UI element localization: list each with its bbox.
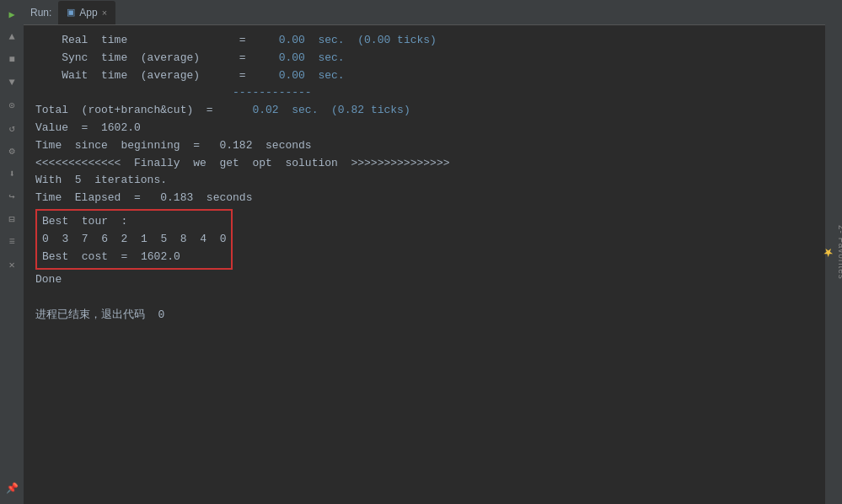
pin-button[interactable]: 📌 (3, 479, 21, 497)
play-button[interactable]: ▶ (3, 5, 21, 24)
console-line-16: 进程已结束，退出代码 0 (35, 307, 813, 324)
favorites-text: 2- Favorites (837, 225, 843, 280)
console-output: Real time = 0.00 sec. (0.00 ticks) Sync … (24, 25, 825, 504)
console-line-4: ------------ (35, 84, 813, 102)
highlight-box: Best tour : 0 3 7 6 2 1 5 8 4 0 Best cos… (35, 209, 233, 270)
console-line-10: Time Elapsed = 0.183 seconds (35, 190, 813, 207)
topbar: Run: ▣ App × (24, 0, 825, 25)
console-line-6: Value = 1602.0 (35, 120, 813, 137)
stop-button[interactable]: ■ (3, 51, 21, 69)
import-button[interactable]: ⬇ (3, 164, 21, 183)
console-line-13: Best cost = 1602.0 (42, 249, 226, 266)
layers-button[interactable]: ≡ (3, 233, 21, 251)
run-label: Run: (30, 7, 51, 19)
console-line-15 (35, 289, 813, 307)
camera-button[interactable]: ⊙ (3, 96, 21, 115)
favorites-label: ★ 2- Favorites (822, 225, 843, 280)
console-line-7: Time since beginning = 0.182 seconds (35, 137, 813, 155)
login-button[interactable]: ↪ (3, 187, 21, 206)
console-line-1: Real time = 0.00 sec. (0.00 ticks) (35, 32, 813, 50)
down-button[interactable]: ▼ (3, 73, 21, 92)
console-line-12: 0 3 7 6 2 1 5 8 4 0 (42, 231, 226, 249)
console-line-11: Best tour : (42, 213, 226, 231)
console-line-14: Done (35, 271, 813, 289)
center-area: Run: ▣ App × Real time = 0.00 sec. (0.00… (24, 0, 825, 504)
console-line-3: Wait time (average) = 0.00 sec. (35, 67, 813, 85)
up-button[interactable]: ▲ (3, 28, 21, 46)
console-line-9: With 5 iterations. (35, 172, 813, 190)
settings-button[interactable]: ⚙ (3, 142, 21, 160)
console-line-5: Total (root+branch&cut) = 0.02 sec. (0.8… (35, 102, 813, 120)
app-tab-label: App (79, 7, 97, 19)
console-line-2: Sync time (average) = 0.00 sec. (35, 50, 813, 67)
favorites-bar: ★ 2- Favorites (825, 0, 842, 504)
reload-button[interactable]: ↺ (3, 119, 21, 137)
trash-button[interactable]: ✕ (3, 255, 21, 274)
console-line-8: <<<<<<<<<<<<< Finally we get opt solutio… (35, 155, 813, 173)
app-container: ▶ ▲ ■ ▼ ⊙ ↺ ⚙ ⬇ ↪ ⊟ ≡ ✕ 📌 Run: ▣ App × R… (0, 0, 842, 504)
app-tab-icon: ▣ (67, 7, 75, 18)
app-tab-close[interactable]: × (102, 8, 107, 18)
app-tab[interactable]: ▣ App × (58, 1, 115, 24)
favorites-star: ★ (822, 245, 834, 259)
print-button[interactable]: ⊟ (3, 210, 21, 228)
left-toolbar: ▶ ▲ ■ ▼ ⊙ ↺ ⚙ ⬇ ↪ ⊟ ≡ ✕ 📌 (0, 0, 24, 504)
